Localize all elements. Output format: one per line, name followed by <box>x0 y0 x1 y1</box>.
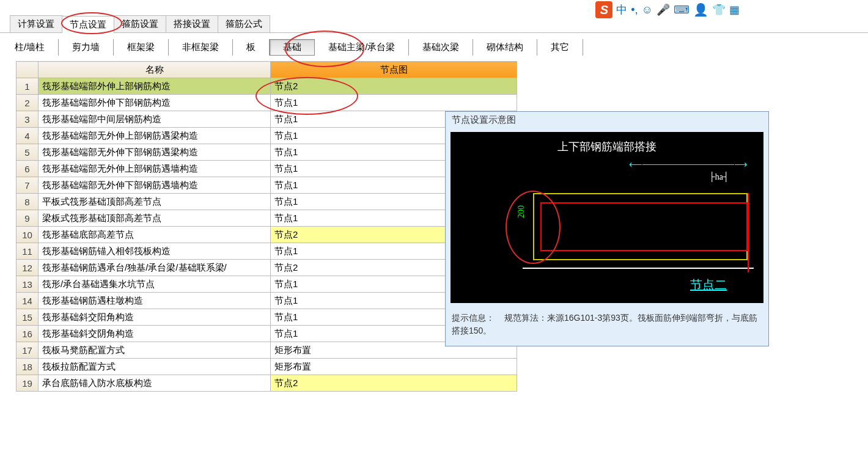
row-name-cell[interactable]: 筏形基础端部无外伸上部钢筋遇墙构造 <box>39 161 271 177</box>
row-number[interactable]: 9 <box>17 210 39 227</box>
row-name-cell[interactable]: 筏形基础底部高差节点 <box>39 227 271 243</box>
preview-tip: 提示信息：规范算法：来源16G101-3第93页。筏板面筋伸到端部弯折，与底筋搭… <box>446 307 768 346</box>
cad-red-vertical <box>748 193 749 272</box>
cad-node-link[interactable]: 节点二 <box>690 277 727 293</box>
row-name-cell[interactable]: 筏板拉筋配置方式 <box>39 359 271 375</box>
tab-stirrup-settings[interactable]: 箍筋设置 <box>114 15 166 32</box>
settings-table: 名称 节点图 1筏形基础端部外伸上部钢筋构造节点22筏形基础端部外伸下部钢筋构造… <box>16 61 517 392</box>
subtab-foundation-main-beam[interactable]: 基础主梁/承台梁 <box>315 39 409 56</box>
subtab-shearwall[interactable]: 剪力墙 <box>59 39 114 56</box>
row-name-cell[interactable]: 筏形基础斜交阴角构造 <box>39 326 271 342</box>
annotation-circle-cad <box>506 191 561 264</box>
cad-base-line <box>523 268 754 269</box>
row-number[interactable]: 5 <box>17 144 39 161</box>
row-number[interactable]: 12 <box>17 260 39 276</box>
subtab-slab[interactable]: 板 <box>233 39 270 56</box>
row-number[interactable]: 7 <box>17 177 39 194</box>
preview-panel-title: 节点设置示意图 <box>446 112 768 128</box>
row-name-cell[interactable]: 承台底筋锚入防水底板构造 <box>39 375 271 392</box>
subtab-frame-beam[interactable]: 框架梁 <box>114 39 169 56</box>
cad-title: 上下部钢筋端部搭接 <box>451 139 763 154</box>
row-number[interactable]: 18 <box>17 359 39 375</box>
subtab-bar: 柱/墙柱 剪力墙 框架梁 非框架梁 板 基础 基础主梁/承台梁 基础次梁 砌体结… <box>0 34 868 60</box>
subtab-foundation[interactable]: 基础 <box>270 39 315 56</box>
tip-label: 提示信息： <box>452 312 495 324</box>
row-name-cell[interactable]: 筏形基础端部无外伸下部钢筋遇梁构造 <box>39 144 271 161</box>
subtab-other[interactable]: 其它 <box>537 39 583 56</box>
row-node-cell[interactable]: 矩形布置 <box>271 359 517 375</box>
row-name-cell[interactable]: 筏形基础钢筋锚入相邻筏板构造 <box>39 243 271 260</box>
row-node-cell[interactable]: 节点2 <box>271 78 517 95</box>
tab-node-settings[interactable]: 节点设置 <box>62 16 114 33</box>
preview-panel: 节点设置示意图 上下部钢筋端部搭接 ⟵⟶ ├ha┤ 200 节点二 提示信息：规… <box>445 111 769 346</box>
row-name-cell[interactable]: 筏形基础端部无外伸下部钢筋遇墙构造 <box>39 177 271 194</box>
row-name-cell[interactable]: 梁板式筏形基础顶部高差节点 <box>39 210 271 227</box>
cad-top-dim: ⟵⟶ <box>629 159 748 170</box>
subtab-masonry[interactable]: 砌体结构 <box>473 39 537 56</box>
tip-text: 规范算法：来源16G101-3第93页。筏板面筋伸到端部弯折，与底筋搭接150。 <box>452 313 757 335</box>
row-name-cell[interactable]: 筏板马凳筋配置方式 <box>39 342 271 359</box>
row-name-cell[interactable]: 平板式筏形基础顶部高差节点 <box>39 194 271 210</box>
row-node-cell[interactable]: 节点2 <box>271 375 517 392</box>
cad-inner-rect <box>540 202 748 251</box>
row-name-cell[interactable]: 筏形基础钢筋遇柱墩构造 <box>39 293 271 309</box>
tab-calc-settings[interactable]: 计算设置 <box>10 15 62 32</box>
subtab-foundation-sec-beam[interactable]: 基础次梁 <box>409 39 473 56</box>
row-name-cell[interactable]: 筏形基础端部无外伸上部钢筋遇梁构造 <box>39 128 271 144</box>
top-tabstrip: 计算设置 节点设置 箍筋设置 搭接设置 箍筋公式 <box>0 15 868 33</box>
row-name-cell[interactable]: 筏形/承台基础遇集水坑节点 <box>39 276 271 293</box>
row-number[interactable]: 1 <box>17 78 39 95</box>
row-number[interactable]: 17 <box>17 342 39 359</box>
col-header-name[interactable]: 名称 <box>39 62 271 78</box>
row-number[interactable]: 13 <box>17 276 39 293</box>
row-node-cell[interactable]: 节点1 <box>271 95 517 111</box>
row-number[interactable]: 2 <box>17 95 39 111</box>
row-number[interactable]: 10 <box>17 227 39 243</box>
row-number[interactable]: 6 <box>17 161 39 177</box>
tab-stirrup-formula[interactable]: 箍筋公式 <box>218 15 270 32</box>
row-name-cell[interactable]: 筏形基础端部外伸下部钢筋构造 <box>39 95 271 111</box>
row-number[interactable]: 4 <box>17 128 39 144</box>
preview-canvas: 上下部钢筋端部搭接 ⟵⟶ ├ha┤ 200 节点二 <box>451 132 763 303</box>
row-name-cell[interactable]: 筏形基础端部外伸上部钢筋构造 <box>39 78 271 95</box>
row-number[interactable]: 11 <box>17 243 39 260</box>
row-number[interactable]: 15 <box>17 309 39 326</box>
row-number[interactable]: 8 <box>17 194 39 210</box>
row-name-cell[interactable]: 筏形基础端部中间层钢筋构造 <box>39 111 271 128</box>
row-name-cell[interactable]: 筏形基础斜交阳角构造 <box>39 309 271 326</box>
subtab-column[interactable]: 柱/墙柱 <box>9 39 59 56</box>
col-header-node[interactable]: 节点图 <box>271 62 517 78</box>
cad-ha-label: ├ha┤ <box>709 172 729 182</box>
row-name-cell[interactable]: 筏形基础钢筋遇承台/独基/承台梁/基础联系梁/ <box>39 260 271 276</box>
row-number[interactable]: 16 <box>17 326 39 342</box>
col-header-rownum <box>17 62 39 78</box>
row-number[interactable]: 19 <box>17 375 39 392</box>
row-number[interactable]: 3 <box>17 111 39 128</box>
row-number[interactable]: 14 <box>17 293 39 309</box>
tab-lap-settings[interactable]: 搭接设置 <box>166 15 218 32</box>
subtab-nonframe-beam[interactable]: 非框架梁 <box>169 39 233 56</box>
